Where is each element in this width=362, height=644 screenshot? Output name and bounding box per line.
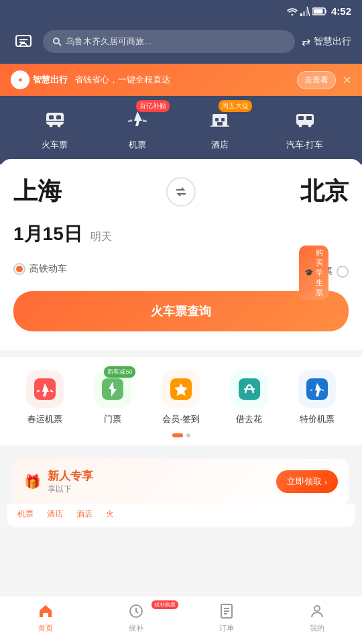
svg-rect-6 bbox=[313, 9, 322, 13]
to-city[interactable]: 北京 bbox=[300, 175, 349, 208]
nav-mine[interactable]: 我的 bbox=[272, 602, 362, 633]
status-icons bbox=[287, 7, 327, 16]
borrow-label: 借去花 bbox=[236, 413, 262, 425]
home-icon bbox=[36, 602, 55, 621]
svg-point-10 bbox=[54, 38, 59, 44]
cat-tab-2[interactable]: 酒店 bbox=[47, 508, 63, 520]
nav-icons: 火车票 百亿补贴 机票 周五大促 bbox=[0, 96, 362, 164]
hotel-label: 酒店 bbox=[211, 139, 229, 151]
nav-houpbu[interactable]: 候补购票 候补 bbox=[90, 602, 181, 633]
cheap-flight-label: 特价机票 bbox=[300, 413, 335, 425]
svg-rect-20 bbox=[221, 118, 225, 121]
banner-logo-text: 智慧出行 bbox=[33, 74, 68, 86]
svg-line-36 bbox=[310, 390, 312, 390]
promo-banner: ✦ 智慧出行 省钱省心，一键全程直达 去查看 ✕ bbox=[0, 64, 362, 96]
high-speed-option[interactable]: 高铁动车 bbox=[13, 263, 67, 275]
quick-member[interactable]: 会员·签到 bbox=[162, 370, 200, 425]
student-badge: 🎓 购买学生票 bbox=[299, 246, 328, 300]
train-label: 火车票 bbox=[42, 139, 68, 151]
flight-label: 机票 bbox=[129, 139, 146, 151]
nav-flight[interactable]: 百亿补贴 机票 bbox=[121, 103, 154, 151]
battery-icon bbox=[312, 7, 327, 15]
houpbu-badge: 候补购票 bbox=[152, 600, 178, 609]
signal-icon bbox=[300, 7, 310, 16]
svg-point-43 bbox=[314, 606, 320, 611]
svg-point-26 bbox=[298, 124, 302, 127]
bus-label: 汽车·打车 bbox=[286, 139, 324, 151]
search-card: 上海 北京 1月15日 明天 高铁动车 🎓 购买学生票 bbox=[0, 159, 362, 350]
svg-rect-19 bbox=[215, 118, 219, 121]
date-section[interactable]: 1月15日 明天 bbox=[13, 221, 349, 247]
new-user-desc: 享以下 bbox=[48, 484, 93, 495]
cat-tab-1[interactable]: 机票 bbox=[17, 508, 34, 520]
quick-spring-flight[interactable]: 春运机票 bbox=[26, 370, 64, 425]
nav-hotel[interactable]: 周五大促 酒店 bbox=[204, 103, 236, 151]
from-city[interactable]: 上海 bbox=[13, 175, 62, 208]
header: 乌鲁木齐久居可商旅... ⇄ 智慧出行 bbox=[0, 22, 362, 64]
student-radio[interactable] bbox=[337, 266, 349, 278]
high-speed-label: 高铁动车 bbox=[29, 263, 67, 275]
new-user-text: 新人专享 享以下 bbox=[48, 468, 93, 495]
svg-rect-24 bbox=[298, 116, 304, 120]
svg-line-37 bbox=[322, 390, 324, 390]
smart-travel-btn[interactable]: ⇄ 智慧出行 bbox=[302, 36, 351, 48]
hotel-badge: 周五大促 bbox=[219, 100, 252, 112]
banner-logo: ✦ 智慧出行 bbox=[11, 70, 68, 89]
svg-rect-25 bbox=[306, 116, 312, 120]
orders-icon bbox=[217, 602, 236, 621]
new-user-cta-btn[interactable]: 立即领取 › bbox=[276, 470, 338, 493]
travel-date-label: 明天 bbox=[90, 231, 112, 242]
quick-cheap-flight[interactable]: 特价机票 bbox=[298, 370, 336, 425]
new-user-banner[interactable]: 🎁 新人专享 享以下 立即领取 › bbox=[13, 459, 349, 504]
nav-bus[interactable]: 汽车·打车 bbox=[286, 103, 324, 151]
quick-access: 春运机票 新客减50 门票 bbox=[0, 357, 362, 445]
search-icon bbox=[52, 37, 62, 46]
swap-cities-btn[interactable] bbox=[166, 177, 196, 207]
bottom-nav: 首页 候补购票 候补 订单 我的 bbox=[0, 596, 362, 644]
spring-flight-icon bbox=[26, 370, 64, 408]
ticket-badge: 新客减50 bbox=[104, 366, 135, 378]
message-button[interactable] bbox=[11, 29, 36, 54]
quick-borrow[interactable]: 借去花 bbox=[231, 370, 268, 425]
svg-rect-2 bbox=[303, 11, 305, 16]
home-label: 首页 bbox=[38, 623, 53, 633]
cat-tab-3[interactable]: 酒店 bbox=[76, 508, 93, 520]
svg-rect-3 bbox=[306, 9, 308, 16]
member-icon bbox=[162, 370, 200, 408]
smart-travel-icon: ⇄ bbox=[302, 36, 310, 48]
bus-icon bbox=[289, 103, 321, 135]
orders-label: 订单 bbox=[219, 623, 234, 633]
train-icon bbox=[39, 103, 71, 135]
route-selector: 上海 北京 bbox=[13, 175, 349, 208]
banner-desc: 省钱省心，一键全程直达 bbox=[74, 74, 290, 86]
carousel-dots bbox=[11, 433, 351, 437]
quick-grid: 春运机票 新客减50 门票 bbox=[11, 370, 351, 425]
student-badge-text: 购买学生票 bbox=[316, 248, 323, 298]
flight-badge: 百亿补贴 bbox=[136, 100, 170, 112]
smart-travel-label: 智慧出行 bbox=[314, 36, 351, 48]
quick-ticket[interactable]: 新客减50 门票 bbox=[94, 370, 131, 425]
nav-train[interactable]: 火车票 bbox=[39, 103, 71, 151]
new-user-icon: 🎁 bbox=[24, 474, 41, 490]
search-bar[interactable]: 乌鲁木齐久居可商旅... bbox=[43, 30, 295, 53]
high-speed-radio[interactable] bbox=[13, 263, 25, 275]
travel-date: 1月15日 bbox=[13, 223, 82, 244]
dot-1 bbox=[172, 433, 183, 437]
nav-orders[interactable]: 订单 bbox=[181, 602, 272, 633]
svg-point-15 bbox=[49, 124, 52, 127]
banner-view-btn[interactable]: 去查看 bbox=[297, 71, 336, 89]
options-row: 高铁动车 🎓 购买学生票 学生票 bbox=[13, 260, 349, 278]
dot-2 bbox=[186, 433, 190, 437]
svg-point-27 bbox=[308, 124, 311, 127]
nav-home[interactable]: 首页 bbox=[0, 602, 90, 633]
member-label: 会员·签到 bbox=[162, 413, 200, 425]
svg-point-16 bbox=[57, 124, 60, 127]
svg-rect-1 bbox=[300, 13, 302, 16]
wifi-icon bbox=[287, 7, 298, 15]
houpbu-icon bbox=[127, 602, 145, 621]
category-tabs: 机票 酒店 酒店 火 bbox=[7, 504, 355, 527]
cat-tab-4[interactable]: 火 bbox=[106, 508, 114, 520]
mine-icon bbox=[308, 602, 326, 621]
banner-close-btn[interactable]: ✕ bbox=[343, 74, 351, 87]
search-train-btn[interactable]: 火车票查询 bbox=[13, 291, 349, 331]
